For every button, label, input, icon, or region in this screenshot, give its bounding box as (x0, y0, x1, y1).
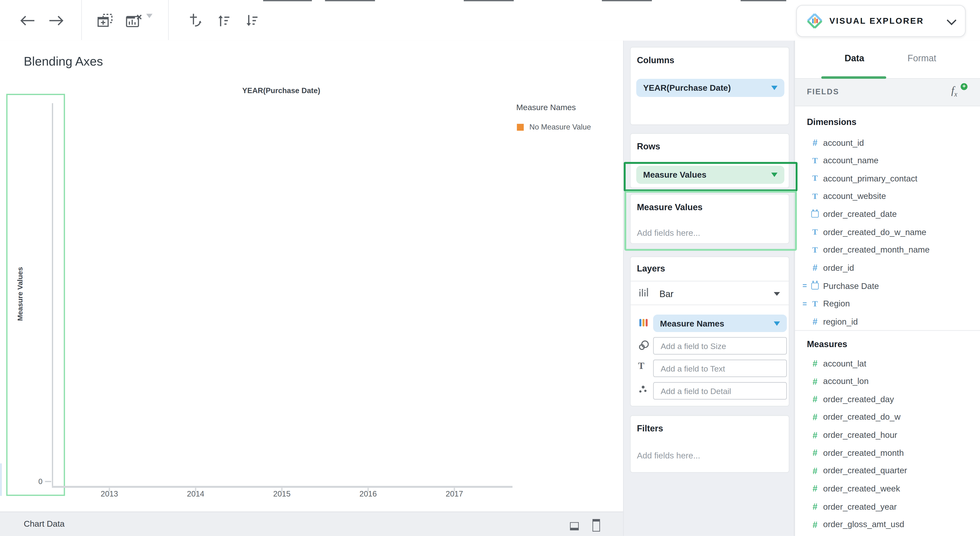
calendar-field-icon (810, 282, 820, 289)
field-item[interactable]: =Torder_created_month_name (802, 241, 976, 259)
field-item[interactable]: =Torder_created_do_w_name (802, 223, 976, 241)
pill-label: YEAR(Purchase Date) (643, 83, 731, 93)
field-item[interactable]: =#order_id (802, 259, 976, 277)
fields-header-bar: FIELDS fx + (795, 79, 980, 106)
field-label: account_lat (823, 359, 866, 368)
chart-data-bar[interactable]: Chart Data (0, 512, 623, 536)
measure-values-shelf[interactable]: Measure Values Add fields here... (630, 194, 789, 244)
text-field-icon: T (810, 227, 820, 237)
field-label: region_id (823, 317, 858, 326)
bar-chart-icon (638, 286, 649, 298)
panel-tabs: Data Format (795, 41, 980, 79)
chart-canvas: Blending Axes YEAR(Purchase Date) Measur… (0, 41, 623, 512)
sort-ascending-button[interactable] (213, 10, 234, 31)
toolbar-divider (81, 0, 82, 40)
tab-format[interactable]: Format (900, 53, 944, 63)
duplicate-chart-icon (97, 13, 114, 29)
field-item[interactable]: =#order_gloss_amt_usd (802, 516, 976, 533)
field-item[interactable]: =#order_created_year (802, 498, 976, 515)
edge-artifact (0, 463, 2, 496)
redo-button[interactable] (46, 10, 67, 31)
duplicate-chart-button[interactable] (94, 10, 116, 31)
field-item[interactable]: =#order_created_day (802, 391, 976, 408)
field-item[interactable]: =#order_created_do_w (802, 408, 976, 426)
divider (795, 330, 980, 331)
field-item[interactable]: =#region_id (802, 313, 976, 330)
expand-panel-icon[interactable] (592, 519, 600, 531)
field-label: order_created_do_w_name (823, 227, 926, 237)
clear-chart-button[interactable] (123, 10, 145, 31)
field-item[interactable]: =#order_created_month (802, 444, 976, 461)
field-label: account_primary_contact (823, 174, 917, 183)
field-item[interactable]: =order_created_date (802, 206, 976, 223)
tab-data[interactable]: Data (833, 53, 877, 63)
x-axis-tick-label: 2017 (430, 490, 479, 498)
toolbar-divider (168, 0, 169, 40)
visual-explorer-logo-icon (806, 12, 824, 30)
field-item[interactable]: =Taccount_name (802, 152, 976, 169)
field-label: account_lon (823, 376, 869, 386)
color-icon (638, 317, 649, 328)
text-field-icon: T (810, 299, 820, 309)
mark-type-label: Bar (659, 289, 673, 299)
field-label: Purchase Date (823, 281, 879, 290)
field-label: order_created_month_name (823, 246, 929, 255)
rows-pill[interactable]: Measure Values (636, 166, 784, 184)
field-item[interactable]: =Taccount_website (802, 187, 976, 205)
size-field-input[interactable] (653, 337, 787, 354)
chevron-down-icon (146, 14, 153, 29)
divider (631, 281, 789, 282)
field-label: order_created_hour (823, 430, 897, 440)
dimensions-title: Dimensions (807, 117, 856, 127)
divider (631, 305, 789, 305)
filters-shelf[interactable]: Filters Add fields here... (630, 415, 789, 473)
field-label: order_created_quarter (823, 466, 907, 475)
forward-arrow-icon (48, 16, 64, 26)
pill-label: Measure Values (643, 170, 706, 180)
field-item[interactable]: =#account_id (802, 134, 976, 151)
clear-chart-menu-button[interactable] (146, 18, 153, 29)
calculated-field-icon: = (802, 300, 810, 308)
chart-data-label: Chart Data (24, 519, 65, 528)
field-item[interactable]: =#order_created_week (802, 480, 976, 498)
field-item[interactable]: =TRegion (802, 295, 976, 313)
back-arrow-icon (19, 16, 36, 26)
columns-pill[interactable]: YEAR(Purchase Date) (636, 79, 784, 97)
top-edge-artifact (602, 0, 652, 1)
sort-descending-button[interactable] (241, 10, 262, 31)
color-pill[interactable]: Measure Names (653, 314, 787, 332)
field-item[interactable]: =Purchase Date (802, 277, 976, 295)
x-axis-tick-label: 2015 (257, 490, 307, 498)
clear-chart-icon (126, 13, 142, 28)
y-axis-highlight-box (6, 94, 65, 496)
chevron-down-icon (772, 86, 778, 90)
field-item[interactable]: =#order_created_quarter (802, 462, 976, 480)
detail-field-input[interactable] (653, 382, 787, 400)
text-field-input[interactable] (653, 360, 787, 377)
field-label: order_created_day (823, 394, 894, 404)
collapse-panel-icon[interactable] (570, 522, 579, 530)
x-axis-tick-label: 2016 (343, 490, 393, 498)
shelf-panel: Columns YEAR(Purchase Date) Rows Measure… (623, 41, 794, 536)
undo-button[interactable] (17, 10, 38, 31)
detail-icon (638, 385, 649, 395)
field-item[interactable]: =Taccount_primary_contact (802, 170, 976, 187)
swap-axes-button[interactable] (185, 10, 206, 30)
number-field-icon: # (810, 483, 820, 494)
field-label: order_created_date (823, 209, 897, 219)
measures-title: Measures (807, 339, 847, 349)
field-item[interactable]: =#account_lat (802, 354, 976, 372)
layers-title: Layers (637, 263, 665, 273)
text-field-icon: T (810, 155, 820, 166)
add-calculated-field-button[interactable]: fx + (951, 85, 967, 100)
field-item[interactable]: =#account_lon (802, 372, 976, 390)
field-item[interactable]: =#order_created_hour (802, 426, 976, 443)
legend-swatch (517, 123, 524, 131)
columns-shelf: Columns YEAR(Purchase Date) (630, 47, 789, 125)
app-switcher-button[interactable]: VISUAL EXPLORER (796, 5, 966, 37)
legend-item[interactable]: No Measure Value (517, 123, 591, 131)
number-field-icon: # (810, 317, 820, 327)
calculated-field-icon: = (802, 282, 810, 290)
filters-title: Filters (637, 423, 663, 433)
sort-descending-icon (244, 14, 259, 27)
